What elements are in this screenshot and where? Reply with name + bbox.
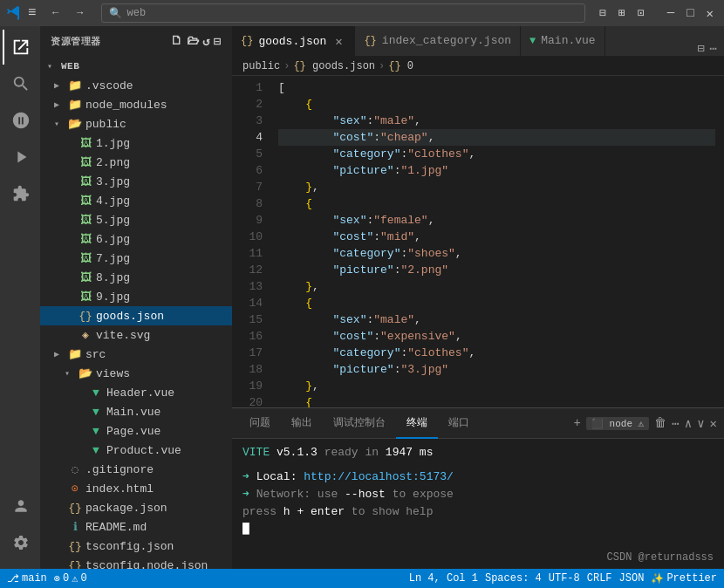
image-icon: 🖼 <box>79 252 92 265</box>
new-file-icon[interactable]: 🗋 <box>170 34 183 49</box>
tree-item-8jpg[interactable]: 🖼 8.jpg <box>40 268 232 287</box>
vite-version: v5.1.3 <box>277 446 318 459</box>
code-line-17: "category":"clothes", <box>278 345 715 361</box>
tree-item-3jpg[interactable]: 🖼 3.jpg <box>40 172 232 191</box>
network-suffix: to expose <box>386 488 454 501</box>
tree-item-package-json[interactable]: {} package.json <box>40 498 232 517</box>
tree-item-9jpg[interactable]: 🖼 9.jpg <box>40 287 232 306</box>
activity-bar <box>0 26 40 569</box>
tree-item-vscode[interactable]: ▶ 📁 .vscode <box>40 76 232 95</box>
tab-index-category[interactable]: {} index_category.json <box>355 26 521 56</box>
vue-icon: ▼ <box>89 386 103 400</box>
activity-run[interactable] <box>3 140 38 174</box>
tree-item-main-vue[interactable]: ▼ Main.vue <box>40 402 232 421</box>
status-position[interactable]: Ln 4, Col 1 <box>409 572 478 585</box>
tab-goods-json[interactable]: {} goods.json ✕ <box>232 26 355 56</box>
activity-explorer[interactable] <box>3 30 38 65</box>
image-icon: 🖼 <box>79 233 92 246</box>
vite-ready: ready in <box>318 446 386 459</box>
minimize-button[interactable]: ─ <box>664 4 678 22</box>
tree-item-src[interactable]: ▶ 📁 src <box>40 345 232 364</box>
status-eol[interactable]: CRLF <box>587 572 612 585</box>
collapse-down-icon[interactable]: ∨ <box>697 416 704 431</box>
tree-label: .vscode <box>85 79 133 92</box>
refresh-icon[interactable]: ↺ <box>202 34 210 49</box>
tree-item-header-vue[interactable]: ▼ Header.vue <box>40 383 232 402</box>
tab-label: goods.json <box>258 35 326 48</box>
tree-item-readme-md[interactable]: ℹ README.md <box>40 517 232 537</box>
tree-root-web[interactable]: ▾ WEB <box>40 57 232 76</box>
tree-item-product-vue[interactable]: ▼ Product.vue <box>40 441 232 460</box>
add-terminal-button[interactable]: + <box>574 416 581 430</box>
tree-item-views[interactable]: ▾ 📂 views <box>40 364 232 383</box>
collapse-icon[interactable]: ⊟ <box>214 34 222 49</box>
terminal-content[interactable]: VITE v5.1.3 ready in 1947 ms ➜ Local: ht… <box>232 439 724 569</box>
new-folder-icon[interactable]: 🗁 <box>187 34 200 49</box>
panel-tab-problems[interactable]: 问题 <box>239 408 281 439</box>
tab-main-vue[interactable]: ▼ Main.vue <box>521 26 605 56</box>
more-actions-icon[interactable]: ⋯ <box>710 41 717 56</box>
status-spaces[interactable]: Spaces: 4 <box>485 572 542 585</box>
tree-item-4jpg[interactable]: 🖼 4.jpg <box>40 191 232 210</box>
tree-item-gitignore[interactable]: ◌ .gitignore <box>40 460 232 479</box>
tab-close-button[interactable]: ✕ <box>331 34 345 49</box>
breadcrumb-file[interactable]: {} goods.json <box>293 60 375 72</box>
tree-item-1jpg[interactable]: 🖼 1.jpg <box>40 133 232 153</box>
breadcrumb-node[interactable]: {} 0 <box>388 60 413 72</box>
activity-settings[interactable] <box>3 525 38 560</box>
tree-label: Product.vue <box>106 444 181 457</box>
tree-item-goods-json[interactable]: {} goods.json <box>40 306 232 325</box>
tree-item-7jpg[interactable]: 🖼 7.jpg <box>40 249 232 268</box>
status-formatter[interactable]: ✨ Prettier <box>651 572 717 585</box>
panel-tab-output[interactable]: 输出 <box>281 408 323 439</box>
close-panel-icon[interactable]: ✕ <box>710 416 717 431</box>
status-git-branch[interactable]: ⎇ main <box>7 572 47 585</box>
activity-git[interactable] <box>3 103 38 138</box>
tree-item-tsconfig-node[interactable]: {} tsconfig.node.json <box>40 556 232 569</box>
tree-item-6jpg[interactable]: 🖼 6.jpg <box>40 229 232 249</box>
layout-icon[interactable]: ⊟ <box>596 4 610 22</box>
tree-item-tsconfig-json[interactable]: {} tsconfig.json <box>40 537 232 556</box>
tree-item-index-html[interactable]: ⊙ index.html <box>40 479 232 498</box>
layout2-icon[interactable]: ⊞ <box>615 4 629 22</box>
sidebar: 资源管理器 🗋 🗁 ↺ ⊟ ▾ WEB ▶ 📁 .vscode ▶ <box>40 26 232 569</box>
tree-item-public[interactable]: ▾ 📂 public <box>40 114 232 133</box>
tree-label: README.md <box>85 521 147 534</box>
maximize-button[interactable]: □ <box>683 4 697 22</box>
tree-item-page-vue[interactable]: ▼ Page.vue <box>40 421 232 441</box>
status-left: ⎇ main ⊗ 0 ⚠ 0 <box>7 572 87 585</box>
activity-accounts[interactable] <box>3 489 38 523</box>
panel-tab-ports[interactable]: 端口 <box>438 408 480 439</box>
panel-tab-debug[interactable]: 调试控制台 <box>323 408 396 439</box>
layout3-icon[interactable]: ⊡ <box>634 4 648 22</box>
hamburger-icon[interactable]: ≡ <box>28 5 37 21</box>
tree-label: views <box>96 367 130 380</box>
forward-button[interactable]: → <box>70 3 91 24</box>
terminal-label: ⬛ node ⚠ <box>586 417 649 430</box>
search-icon: 🔍 <box>109 7 122 20</box>
tree-item-vite-svg[interactable]: ◈ vite.svg <box>40 325 232 345</box>
tree-label: 8.jpg <box>96 271 130 284</box>
code-editor[interactable]: [ { "sex":"male", "cost":"cheap", "categ… <box>271 76 715 407</box>
tree-item-2png[interactable]: 🖼 2.png <box>40 153 232 172</box>
activity-bottom <box>3 489 38 569</box>
breadcrumb-public[interactable]: public <box>242 60 280 72</box>
status-errors[interactable]: ⊗ 0 ⚠ 0 <box>54 572 87 585</box>
status-language[interactable]: JSON <box>619 572 645 585</box>
panel-tab-terminal[interactable]: 终端 <box>396 408 438 439</box>
close-button[interactable]: ✕ <box>703 4 717 23</box>
panel-tabs: 问题 输出 调试控制台 终端 端口 + ⬛ node ⚠ 🗑 ⋯ ∧ ∨ ✕ <box>232 408 724 439</box>
tree-item-node-modules[interactable]: ▶ 📁 node_modules <box>40 95 232 114</box>
expand-up-icon[interactable]: ∧ <box>685 416 692 431</box>
search-bar[interactable]: 🔍 web <box>101 3 586 23</box>
vite-time: 1947 ms <box>386 446 434 459</box>
local-url[interactable]: http://localhost:5173/ <box>304 470 454 483</box>
activity-search[interactable] <box>3 66 38 101</box>
status-encoding[interactable]: UTF-8 <box>549 572 580 585</box>
split-editor-icon[interactable]: ⊟ <box>697 41 704 56</box>
tree-item-5jpg[interactable]: 🖼 5.jpg <box>40 210 232 229</box>
more-button[interactable]: ⋯ <box>672 416 679 431</box>
back-button[interactable]: ← <box>45 3 66 24</box>
delete-terminal-button[interactable]: 🗑 <box>654 416 666 430</box>
activity-extensions[interactable] <box>3 176 38 211</box>
